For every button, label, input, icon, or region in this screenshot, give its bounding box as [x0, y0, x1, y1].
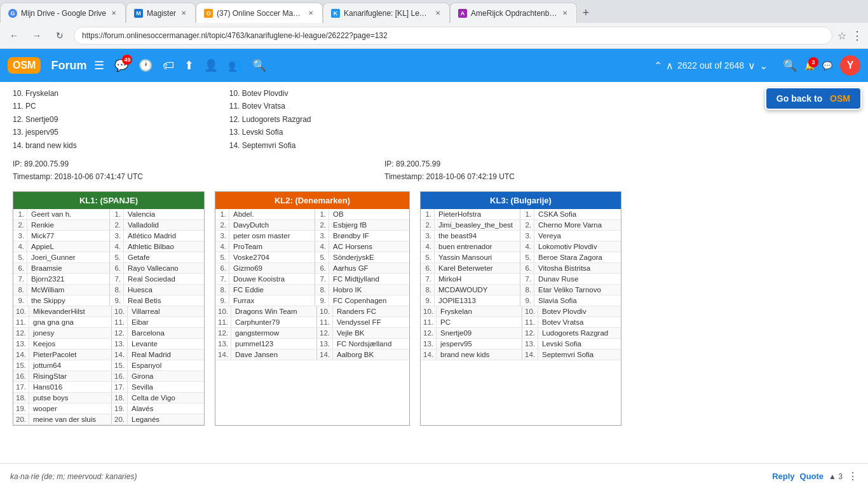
table-row: 13. pummel123 13. FC Nordsjælland — [215, 339, 409, 349]
upload-icon[interactable]: ⬆ — [184, 58, 194, 72]
definition-text: ka·na·rie (de; m; meervoud: kanaries) — [10, 472, 772, 481]
new-tab-button[interactable]: + — [577, 4, 595, 22]
right-list-item: 14. Septemvri Sofia — [229, 139, 311, 152]
player1: Carphunter79 — [231, 317, 317, 327]
kl1-body: 1. Geert van h. 1. Valencia 2. Renkie 2.… — [13, 209, 204, 425]
vote-button[interactable]: ▲ 3 — [829, 472, 843, 481]
user-icon[interactable]: 👤 — [204, 58, 218, 72]
num1: 10. — [215, 306, 231, 316]
bell-icon[interactable]: 🔔 3 — [804, 61, 815, 71]
tab-amerijck[interactable]: A AmeRijck Opdrachtenbank: Sti… ✕ — [450, 3, 577, 23]
table-row: 1. Abdel. 1. OB — [215, 209, 409, 220]
num1: 9. — [215, 295, 229, 306]
quote-button[interactable]: Quote — [800, 471, 824, 481]
tab-osm-active[interactable]: O (37) Online Soccer Manager op ✕ — [196, 3, 323, 23]
tab-label-amer: AmeRijck Opdrachtenbank: Sti… — [471, 9, 557, 18]
kl1-table: KL1: (SPANJE) 1. Geert van h. 1. Valenci… — [13, 191, 205, 426]
page-first-icon[interactable]: ⌃ — [654, 60, 662, 72]
tab-close-kana[interactable]: ✕ — [434, 8, 442, 18]
table-row: 4. AppieL 4. Athletic Bilbao — [13, 241, 204, 252]
forward-button[interactable]: → — [28, 27, 46, 44]
go-back-osm-text: OSM — [830, 93, 850, 104]
num1: 11. — [215, 317, 231, 327]
player2: Septemvri Sofia — [538, 349, 621, 360]
ip-timestamps: IP: 89.200.75.99 Timestamp: 2018-10-06 0… — [13, 159, 855, 185]
player2: Vejle BK — [333, 328, 409, 338]
url-bar[interactable]: https://forum.onlinesoccermanager.nl/top… — [74, 27, 832, 44]
tab-favicon-drive: G — [8, 9, 17, 18]
player2: Barcelona — [128, 328, 204, 338]
clock-icon[interactable]: 🕐 — [139, 58, 153, 72]
num1: 6. — [13, 263, 27, 273]
table-row: 6. Braamsie 6. Rayo Vallecano — [13, 263, 204, 274]
bookmark-button[interactable]: ☆ — [837, 30, 846, 42]
player1: MirkoH — [435, 274, 520, 284]
right-timestamp: Timestamp: 2018-10-06 07:42:19 UTC — [384, 172, 515, 181]
num2: 5. — [110, 252, 124, 262]
go-back-text: Go back to — [776, 93, 822, 104]
num1: 5. — [421, 252, 435, 262]
player2: Celta de Vigo — [128, 393, 204, 403]
left-timestamp: Timestamp: 2018-10-06 07:41:47 UTC — [13, 172, 143, 181]
num2: 14. — [317, 349, 333, 360]
group-icon[interactable]: 👥 — [228, 58, 242, 72]
osm-logo[interactable]: OSM — [8, 57, 41, 74]
content-area: 10. Fryskelan11. PC12. Snertje0913. jesp… — [0, 82, 868, 463]
num1: 5. — [215, 252, 229, 262]
table-row: 2. Renkie 2. Valladolid — [13, 220, 204, 231]
browser-menu-button[interactable]: ⋮ — [851, 29, 863, 43]
num1: 9. — [13, 295, 27, 306]
back-button[interactable]: ← — [5, 27, 23, 44]
chat-icon[interactable]: 💬 49 — [114, 58, 128, 72]
right-ip: IP: 89.200.75.99 — [384, 159, 515, 168]
num2: 2. — [315, 220, 329, 230]
tab-close-osm[interactable]: ✕ — [307, 8, 315, 18]
user-avatar[interactable]: Y — [840, 55, 860, 76]
right-list-item: 12. Ludogorets Razgrad — [229, 113, 311, 126]
player2: Eibar — [128, 317, 204, 327]
num2: 11. — [522, 317, 538, 327]
search-right-icon[interactable]: 🔍 — [783, 58, 797, 72]
hamburger-menu-icon[interactable]: ☰ — [94, 58, 104, 72]
player2: Botev Vratsa — [538, 317, 621, 327]
tab-favicon-magister: M — [134, 9, 143, 18]
page-next-icon[interactable]: ∨ — [748, 60, 756, 72]
num1: 7. — [421, 274, 435, 284]
tab-close-drive[interactable]: ✕ — [110, 8, 118, 18]
num2: 12. — [317, 328, 333, 338]
num2: 19. — [112, 403, 128, 414]
tab-close-magister[interactable]: ✕ — [180, 8, 187, 18]
tag-icon[interactable]: 🏷 — [163, 59, 174, 72]
left-list-item: 11. PC — [13, 100, 77, 112]
player1: the Skippy — [27, 295, 110, 306]
more-options-button[interactable]: ⋮ — [848, 470, 858, 482]
tab-kanarifuglene[interactable]: K Kanarifuglene: [KL] League | OS… ✕ — [323, 3, 450, 23]
reply-button[interactable]: Reply — [772, 471, 794, 481]
num2: 2. — [110, 220, 124, 230]
num1: 16. — [13, 371, 29, 381]
go-back-button-float[interactable]: Go back to OSM — [765, 87, 862, 110]
num1: 14. — [13, 349, 29, 360]
table-row: 9. Furrax 9. FC Copenhagen — [215, 295, 409, 306]
message-icon[interactable]: 💬 — [822, 61, 832, 71]
player2: Aalborg BK — [333, 349, 409, 360]
league-tables-section: KL1: (SPANJE) 1. Geert van h. 1. Valenci… — [13, 191, 855, 426]
right-info-block: IP: 89.200.75.99 Timestamp: 2018-10-06 0… — [384, 159, 515, 185]
tab-label-osm: (37) Online Soccer Manager op — [217, 9, 303, 18]
player1: jesperv95 — [437, 339, 522, 349]
player1: Joeri_Gunner — [27, 252, 110, 262]
page-last-icon[interactable]: ⌄ — [759, 60, 768, 72]
search-header-icon[interactable]: 🔍 — [252, 58, 266, 72]
player2: AC Horsens — [329, 241, 405, 252]
player1: PC — [437, 317, 522, 327]
tab-google-drive[interactable]: G Mijn Drive - Google Drive ✕ — [0, 3, 126, 23]
player1: buen entrenador — [435, 241, 520, 252]
table-row: 10. Fryskelan 10. Botev Plovdiv — [421, 306, 621, 317]
tab-close-amer[interactable]: ✕ — [561, 8, 569, 18]
tab-magister[interactable]: M Magister ✕ — [126, 3, 196, 23]
top-lists: 10. Fryskelan11. PC12. Snertje0913. jesp… — [13, 87, 855, 152]
player1: Keejos — [29, 339, 112, 349]
refresh-button[interactable]: ↻ — [51, 27, 69, 44]
page-prev-icon[interactable]: ∧ — [666, 60, 674, 72]
tab-favicon-osm: O — [204, 9, 213, 18]
